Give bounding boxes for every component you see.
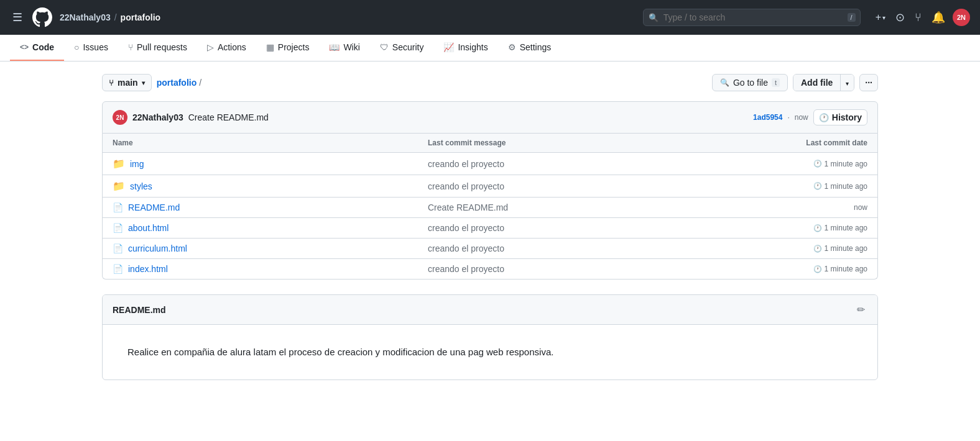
hamburger-menu[interactable]: ☰ [10, 8, 25, 27]
table-row: 📄index.htmlcreando el proyecto🕐1 minute … [103, 259, 877, 279]
file-name-cell: 📄about.html [113, 223, 428, 233]
commit-msg-link[interactable]: creando el proyecto [428, 243, 504, 253]
tab-pull-requests[interactable]: ⑂ Pull requests [118, 35, 197, 61]
add-file-group: Add file ▾ [793, 74, 854, 91]
file-link[interactable]: README.md [128, 202, 180, 212]
create-button[interactable]: + ▾ [873, 9, 888, 25]
security-tab-label: Security [392, 42, 424, 52]
top-nav: ☰ 22Nathaly03 / portafolio 🔍 / + ▾ ⊙ ⑂ 🔔… [0, 0, 980, 35]
caret-down-icon: ▾ [882, 14, 885, 21]
readme-header: README.md ✏ [103, 295, 877, 325]
tab-settings[interactable]: ⚙ Settings [498, 35, 562, 61]
tab-issues[interactable]: ○ Issues [64, 35, 118, 61]
commit-msg-link[interactable]: creando el proyecto [428, 181, 504, 191]
commit-msg-link[interactable]: Create README.md [428, 202, 508, 212]
readme-title: README.md [113, 305, 166, 315]
avatar[interactable]: 2N [953, 9, 970, 26]
username-link[interactable]: 22Nathaly03 [60, 12, 111, 22]
commit-avatar: 2N [113, 110, 127, 125]
search-input[interactable] [643, 9, 861, 26]
path-separator: / [199, 78, 201, 88]
table-row: 📁imgcreando el proyecto🕐1 minute ago [103, 153, 877, 175]
file-link[interactable]: styles [130, 181, 152, 191]
tab-projects[interactable]: ▦ Projects [256, 35, 320, 61]
commit-dot-separator: · [787, 113, 789, 122]
file-name-cell: 📁img [113, 158, 428, 170]
main-content: ⑂ main ▾ portafolio / 🔍 Go to file t Add… [92, 61, 888, 393]
file-link[interactable]: about.html [128, 223, 169, 233]
file-name-cell: 📄README.md [113, 202, 428, 212]
commit-msg-link[interactable]: creando el proyecto [428, 159, 504, 169]
more-icon: ··· [865, 78, 872, 88]
issues-tab-icon: ○ [74, 42, 79, 52]
wiki-tab-icon: 📖 [329, 42, 340, 52]
edit-readme-button[interactable]: ✏ [854, 301, 867, 318]
commit-author-link[interactable]: 22Nathaly03 [132, 112, 183, 122]
tab-wiki[interactable]: 📖 Wiki [319, 35, 369, 61]
date-text: 1 minute ago [825, 224, 867, 232]
tab-security[interactable]: 🛡 Security [370, 35, 434, 61]
breadcrumb-path: portafolio / [157, 78, 201, 88]
notifications-button[interactable]: 🔔 [929, 8, 948, 27]
branch-icon: ⑂ [109, 78, 114, 88]
date-text: 1 minute ago [825, 265, 867, 273]
branch-selector[interactable]: ⑂ main ▾ [102, 74, 152, 91]
readme-section: README.md ✏ Realice en compañia de alura… [102, 294, 878, 380]
settings-tab-label: Settings [520, 42, 552, 52]
file-table-header: Name Last commit message Last commit dat… [103, 134, 877, 153]
file-link[interactable]: curriculum.html [128, 243, 187, 253]
date-text: 1 minute ago [825, 160, 867, 168]
issues-tab-label: Issues [83, 42, 108, 52]
pull-requests-nav-button[interactable]: ⑂ [912, 9, 924, 27]
go-to-file-button[interactable]: 🔍 Go to file t [712, 74, 788, 91]
file-link[interactable]: index.html [128, 264, 168, 274]
commit-msg-link[interactable]: creando el proyecto [428, 264, 504, 274]
col-header-date: Last commit date [743, 139, 867, 147]
commit-hash-link[interactable]: 1ad5954 [753, 113, 782, 122]
github-logo [32, 7, 52, 27]
date-text: now [854, 203, 867, 212]
commit-date-cell: 🕐1 minute ago [743, 160, 867, 168]
search-shortcut: / [848, 13, 856, 22]
clock-icon: 🕐 [819, 113, 829, 122]
file-icon: 📄 [113, 264, 123, 274]
file-name-cell: 📄curriculum.html [113, 243, 428, 253]
add-file-caret-button[interactable]: ▾ [841, 75, 854, 91]
tab-code[interactable]: <> Code [10, 35, 64, 61]
add-file-button[interactable]: Add file [793, 75, 841, 91]
actions-tab-icon: ▷ [207, 42, 214, 52]
history-button[interactable]: 🕐 History [813, 109, 867, 125]
search-icon-top: 🔍 [649, 13, 659, 22]
col-header-message: Last commit message [428, 139, 743, 147]
nav-icons: + ▾ ⊙ ⑂ 🔔 2N [873, 8, 970, 27]
file-name-cell: 📄index.html [113, 264, 428, 274]
security-tab-icon: 🛡 [380, 42, 389, 52]
copilot-icon: ⊙ [895, 11, 905, 24]
folder-icon: 📁 [113, 158, 125, 170]
commit-date-cell: now [743, 203, 867, 212]
code-tab-icon: <> [20, 43, 29, 52]
readme-content: Realice en compañia de alura latam el pr… [127, 345, 853, 360]
commit-msg-cell: creando el proyecto [428, 159, 743, 169]
plus-icon: + [876, 12, 881, 23]
hamburger-icon: ☰ [12, 11, 22, 24]
copilot-button[interactable]: ⊙ [893, 8, 907, 27]
tab-insights[interactable]: 📈 Insights [433, 35, 497, 61]
more-options-button[interactable]: ··· [859, 74, 878, 91]
file-name-cell: 📁styles [113, 180, 428, 192]
code-tab-label: Code [32, 42, 54, 52]
file-icon: 📄 [113, 202, 123, 212]
commit-time: now [795, 113, 808, 122]
commit-msg-link[interactable]: creando el proyecto [428, 223, 504, 233]
repo-breadcrumb-link[interactable]: portafolio [157, 78, 197, 88]
breadcrumb-separator: / [114, 12, 117, 22]
tab-actions[interactable]: ▷ Actions [197, 35, 256, 61]
repo-tabs: <> Code ○ Issues ⑂ Pull requests ▷ Actio… [0, 35, 980, 61]
file-link[interactable]: img [130, 159, 144, 169]
commit-msg-cell: creando el proyecto [428, 243, 743, 253]
search-icon-file: 🔍 [720, 78, 729, 87]
history-label: History [832, 112, 862, 122]
go-to-file-shortcut: t [772, 78, 780, 87]
commit-date-cell: 🕐1 minute ago [743, 182, 867, 191]
projects-tab-icon: ▦ [266, 42, 274, 52]
